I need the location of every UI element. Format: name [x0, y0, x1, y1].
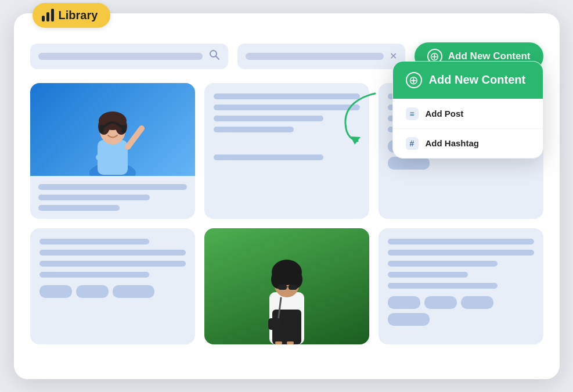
- search-placeholder: [38, 53, 203, 60]
- tag-8: [388, 296, 420, 309]
- filter-box[interactable]: ✕: [237, 44, 405, 69]
- svg-rect-9: [99, 125, 104, 133]
- svg-marker-2: [351, 136, 361, 145]
- card-4-line-1: [39, 239, 149, 244]
- card-4-tags: [39, 285, 186, 298]
- svg-rect-20: [289, 285, 297, 290]
- card-6-line-4: [388, 272, 469, 278]
- svg-rect-19: [278, 285, 287, 290]
- add-content-dropdown: ⊕ Add New Content ≡ Add Post # Add Hasht…: [392, 61, 543, 159]
- cards-row-2: [30, 228, 543, 344]
- card-1-line-2: [38, 195, 150, 200]
- svg-line-1: [216, 56, 219, 59]
- card-6-tags: [388, 296, 534, 326]
- tag-10: [461, 296, 493, 309]
- add-post-item[interactable]: ≡ Add Post: [393, 99, 543, 128]
- add-hashtag-item[interactable]: # Add Hashtag: [393, 128, 543, 158]
- card-4-line-2: [39, 250, 186, 256]
- svg-rect-10: [121, 125, 126, 133]
- arrow-connector: [329, 88, 381, 146]
- document-icon: ≡: [406, 107, 419, 120]
- search-box[interactable]: [30, 44, 228, 69]
- tag-9: [424, 296, 457, 309]
- close-icon: ✕: [390, 51, 397, 62]
- add-post-label: Add Post: [426, 109, 464, 118]
- search-icon: [208, 49, 220, 63]
- card-6-line-3: [388, 261, 498, 267]
- card-6-line-5: [388, 283, 498, 289]
- svg-rect-24: [275, 341, 282, 344]
- card-1-line-1: [38, 184, 187, 190]
- card-5: [204, 228, 369, 344]
- card-6: [379, 228, 543, 344]
- card-1: [30, 83, 195, 219]
- card-1-line-3: [38, 205, 120, 211]
- add-new-content-label: Add New Content: [448, 51, 531, 62]
- card-6-line-2: [388, 250, 534, 256]
- hashtag-icon: #: [406, 137, 419, 150]
- dropdown-plus-icon: ⊕: [406, 72, 422, 88]
- card-6-line-1: [388, 239, 534, 244]
- bar-chart-icon: [42, 9, 54, 21]
- library-badge-label: Library: [59, 9, 98, 22]
- dropdown-header: ⊕ Add New Content: [393, 62, 543, 99]
- browser-frame: Library ✕ ⊕ Add New Content ⊕ Add New Co…: [14, 13, 560, 379]
- svg-rect-25: [287, 341, 294, 344]
- card-2-line-3: [214, 116, 323, 121]
- card-2-line-4: [214, 127, 294, 132]
- add-hashtag-label: Add Hashtag: [426, 138, 480, 148]
- card-4-line-4: [39, 272, 149, 278]
- svg-line-11: [128, 128, 142, 147]
- card-1-text: [30, 176, 195, 219]
- card-4-line-3: [39, 261, 186, 267]
- tag-4: [388, 157, 430, 170]
- svg-rect-23: [268, 318, 281, 330]
- tag-6: [76, 285, 109, 298]
- card-2-line-5: [214, 154, 323, 160]
- tag-11: [388, 313, 430, 326]
- tag-5: [39, 285, 72, 298]
- library-badge: Library: [33, 3, 111, 28]
- card-4: [30, 228, 195, 344]
- tag-7: [113, 285, 154, 298]
- filter-placeholder: [246, 53, 384, 60]
- dropdown-header-label: Add New Content: [429, 73, 526, 87]
